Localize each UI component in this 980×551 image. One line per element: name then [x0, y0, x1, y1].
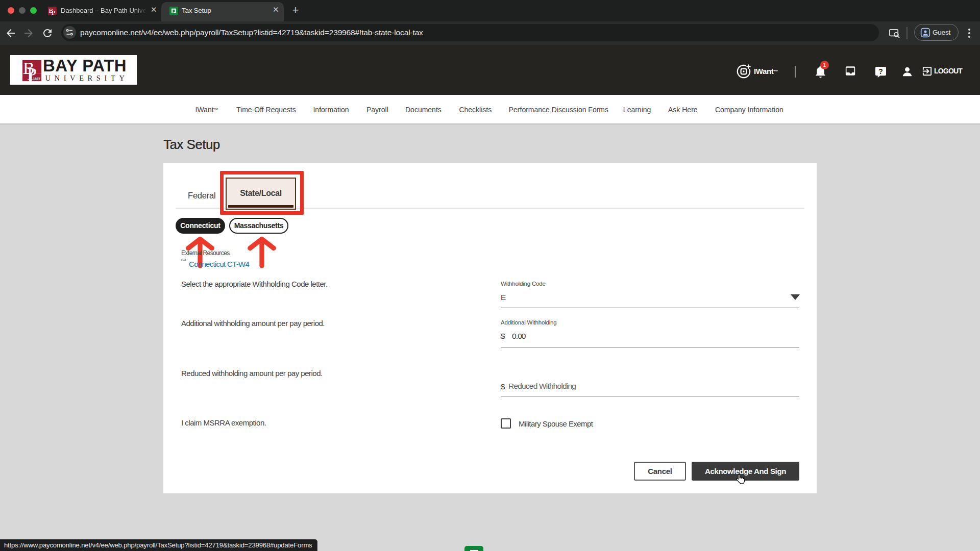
svg-text:?: ? — [878, 67, 883, 76]
svg-text:P: P — [52, 9, 55, 16]
svg-text:1897: 1897 — [33, 77, 40, 81]
